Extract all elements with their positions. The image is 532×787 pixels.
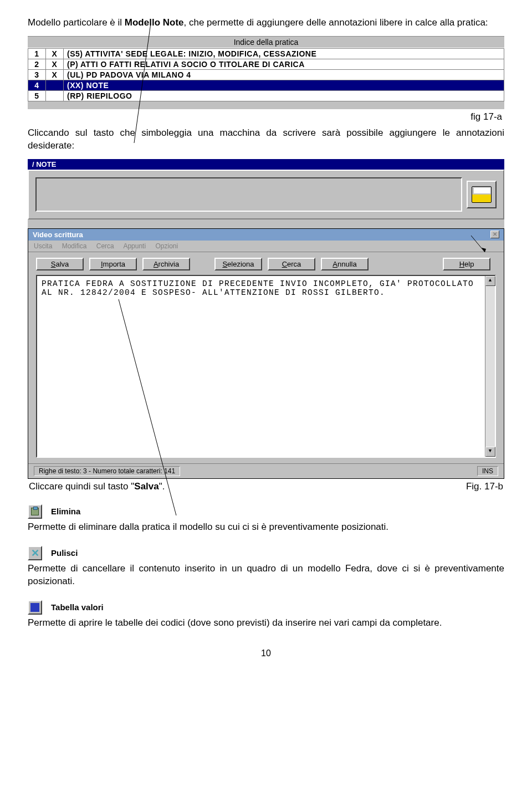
note-textarea[interactable] <box>35 177 462 212</box>
pulisci-label: Pulisci <box>51 548 78 558</box>
pulisci-body: Permette di cancellare il contenuto inse… <box>28 563 504 588</box>
scrollbar[interactable]: ▲ ▼ <box>485 276 495 457</box>
typewriter-button[interactable] <box>467 181 497 208</box>
menu-uscita[interactable]: Uscita <box>34 242 52 250</box>
indice-panel: Indice della pratica 1X(S5) ATTIVITA' SE… <box>28 36 504 109</box>
tabella-valori-label: Tabella valori <box>51 602 104 612</box>
vs-menubar[interactable]: Uscita Modifica Cerca Appunti Opzioni <box>28 241 504 252</box>
status-right: INS <box>477 466 498 476</box>
vs-textarea[interactable]: PRATICA FEDRA A SOSTITUZIONE DI PRECEDEN… <box>36 275 496 458</box>
menu-modifica[interactable]: Modifica <box>62 242 87 250</box>
page-number: 10 <box>28 648 504 658</box>
intro-paragraph: Modello particolare è il Modello Note, c… <box>28 17 504 29</box>
figure-label-17a: fig 17-a <box>30 111 502 122</box>
seleziona-button[interactable]: Seleziona <box>214 258 262 270</box>
table-row[interactable]: 2X(P) ATTI O FATTI RELATIVI A SOCIO O TI… <box>28 59 504 69</box>
indice-header: Indice della pratica <box>28 36 504 48</box>
scroll-up-icon[interactable]: ▲ <box>485 276 495 286</box>
note-title: / NOTE <box>28 159 504 170</box>
table-row[interactable]: 3X(UL) PD PADOVA VIA MILANO 4 <box>28 69 504 80</box>
annulla-button[interactable]: Annulla <box>321 258 369 270</box>
menu-appunti[interactable]: Appunti <box>123 242 146 250</box>
elimina-icon[interactable] <box>28 504 42 519</box>
close-icon[interactable]: ✕ <box>490 231 499 238</box>
table-row[interactable]: 1X(S5) ATTIVITA' SEDE LEGALE: INIZIO, MO… <box>28 48 504 59</box>
salva-button[interactable]: Salva <box>36 258 84 270</box>
help-button[interactable]: Help <box>443 258 490 270</box>
archivia-button[interactable]: Archivia <box>142 258 190 270</box>
table-row[interactable]: 4(XX) NOTE <box>28 80 504 90</box>
paragraph-2: Cliccando sul tasto che simboleggia una … <box>28 127 504 152</box>
scroll-down-icon[interactable]: ▼ <box>485 447 495 457</box>
vs-statusbar: Righe di testo: 3 - Numero totale caratt… <box>28 463 504 478</box>
cerca-button[interactable]: Cerca <box>268 258 315 270</box>
tabella-valori-body: Permette di aprire le tabelle dei codici… <box>28 617 504 630</box>
pulisci-icon[interactable] <box>28 546 42 560</box>
typewriter-icon <box>472 186 492 203</box>
menu-cerca[interactable]: Cerca <box>96 242 114 250</box>
menu-opzioni[interactable]: Opzioni <box>155 242 178 250</box>
elimina-body: Permette di eliminare dalla pratica il m… <box>28 521 504 534</box>
table-row[interactable]: 5(RP) RIEPILOGO <box>28 90 504 101</box>
elimina-label: Elimina <box>51 507 80 516</box>
vs-title-text: Video scrittura <box>33 231 83 239</box>
status-left: Righe di testo: 3 - Numero totale caratt… <box>34 466 180 476</box>
tabella-valori-icon[interactable] <box>28 600 42 615</box>
figure-label-17b: Fig. 17-b <box>466 481 503 492</box>
video-scrittura-window: Video scrittura ✕ Uscita Modifica Cerca … <box>28 228 504 479</box>
importa-button[interactable]: Importa <box>89 258 137 270</box>
after-fig-left: Cliccare quindi sul tasto "Salva". <box>29 481 165 492</box>
vs-toolbar: Salva Importa Archivia Seleziona Cerca A… <box>28 252 504 275</box>
note-panel: / NOTE <box>28 159 504 219</box>
